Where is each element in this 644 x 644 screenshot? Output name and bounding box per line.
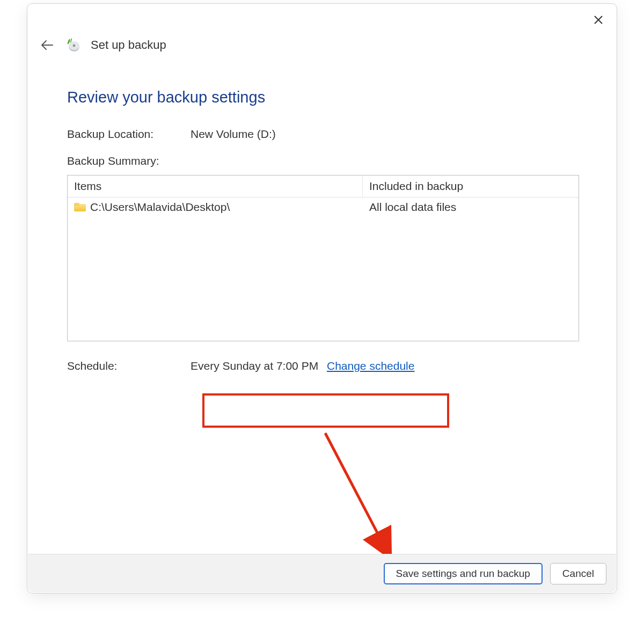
annotation-highlight-box bbox=[202, 393, 449, 428]
table-row: C:\Users\Malavida\Desktop\ All local dat… bbox=[68, 197, 579, 217]
svg-line-3 bbox=[325, 433, 387, 551]
dialog-footer: Save settings and run backup Cancel bbox=[28, 554, 616, 592]
row-item-path: C:\Users\Malavida\Desktop\ bbox=[68, 197, 363, 217]
svg-point-2 bbox=[73, 45, 76, 47]
titlebar bbox=[27, 4, 617, 32]
backup-summary-table: Items Included in backup C:\Users\Malavi… bbox=[67, 175, 579, 341]
backup-location-row: Backup Location: New Volume (D:) bbox=[67, 128, 579, 141]
schedule-value-cell: Every Sunday at 7:00 PM Change schedule bbox=[191, 360, 579, 372]
back-button[interactable] bbox=[39, 37, 55, 53]
page-heading: Review your backup settings bbox=[67, 89, 579, 106]
change-schedule-link[interactable]: Change schedule bbox=[327, 360, 414, 372]
wizard-title: Set up backup bbox=[91, 38, 166, 52]
content-area: Review your backup settings Backup Locat… bbox=[27, 53, 617, 392]
column-header-items[interactable]: Items bbox=[68, 175, 363, 197]
backup-wizard-icon bbox=[65, 37, 81, 53]
backup-summary-label: Backup Summary: bbox=[67, 155, 579, 167]
cancel-button[interactable]: Cancel bbox=[550, 563, 606, 584]
schedule-label: Schedule: bbox=[67, 360, 191, 372]
row-item-path-text: C:\Users\Malavida\Desktop\ bbox=[90, 201, 230, 213]
backup-location-label: Backup Location: bbox=[67, 128, 191, 141]
close-button[interactable] bbox=[591, 12, 606, 27]
schedule-value: Every Sunday at 7:00 PM bbox=[191, 360, 318, 372]
row-item-included: All local data files bbox=[363, 197, 579, 217]
nav-row: Set up backup bbox=[27, 32, 617, 53]
back-arrow-icon bbox=[41, 40, 54, 50]
table-header: Items Included in backup bbox=[68, 175, 579, 197]
close-icon bbox=[594, 15, 603, 25]
column-header-included[interactable]: Included in backup bbox=[363, 175, 579, 197]
folder-icon bbox=[74, 203, 86, 211]
wizard-window: Set up backup Review your backup setting… bbox=[27, 3, 617, 594]
annotation-arrow bbox=[317, 428, 425, 567]
backup-location-value: New Volume (D:) bbox=[191, 128, 579, 141]
save-and-run-button[interactable]: Save settings and run backup bbox=[384, 563, 543, 584]
schedule-row: Schedule: Every Sunday at 7:00 PM Change… bbox=[67, 360, 579, 372]
